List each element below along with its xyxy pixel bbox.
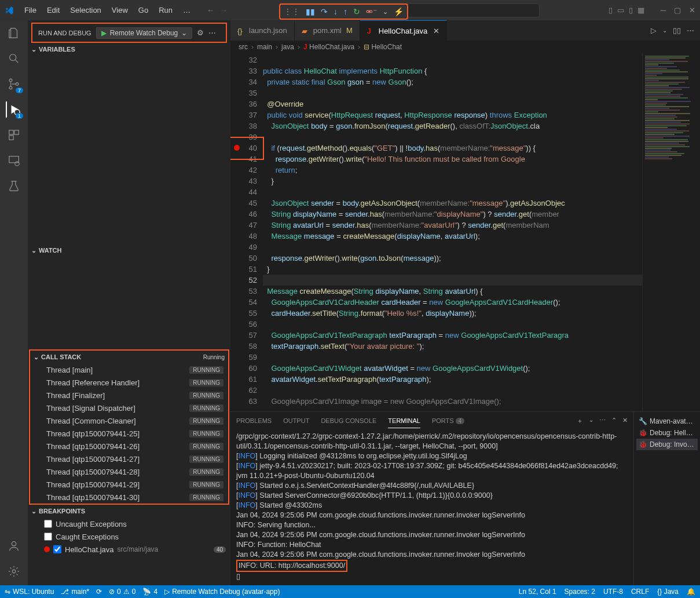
step-over-icon[interactable]: ↷ [321, 7, 328, 16]
extensions-icon[interactable] [6, 127, 22, 143]
minimize-icon[interactable]: ─ [661, 6, 666, 14]
breakpoint-checkbox[interactable] [44, 533, 52, 541]
close-icon[interactable]: ✕ [689, 6, 695, 14]
chevron-down-icon[interactable]: ⌄ [383, 8, 388, 16]
menu-edit[interactable]: Edit [42, 3, 64, 17]
menu-view[interactable]: View [107, 3, 133, 17]
chevron-down-icon[interactable]: ⌄ [589, 417, 593, 425]
panel-tab-terminal[interactable]: TERMINAL [388, 414, 420, 428]
layout-customize-icon[interactable]: ▦ [637, 6, 644, 14]
breakpoint-row[interactable]: Uncaught Exceptions [28, 517, 230, 530]
chevron-down-icon[interactable]: ⌄ [662, 27, 667, 34]
menu-go[interactable]: Go [134, 3, 153, 17]
panel-tab-debug-console[interactable]: DEBUG CONSOLE [321, 414, 376, 428]
panel-tab-ports[interactable]: PORTS 4 [432, 414, 464, 428]
testing-icon[interactable] [6, 178, 22, 194]
notifications-icon[interactable]: 🔔 [687, 588, 695, 596]
file-breakpoint-row[interactable]: HelloChat.javasrc/main/java40 [28, 543, 230, 556]
drag-handle-icon[interactable]: ⋮⋮ [284, 7, 300, 16]
sync-button[interactable]: ⟳ [96, 588, 102, 596]
breadcrumb-item[interactable]: main [257, 43, 272, 51]
split-editor-icon[interactable]: ▯▯ [673, 26, 681, 35]
panel-tab-output[interactable]: OUTPUT [283, 414, 309, 428]
ports-status[interactable]: 📡4 [142, 588, 157, 596]
thread-row[interactable]: Thread [main]RUNNING [30, 363, 228, 376]
forward-icon[interactable]: → [220, 6, 228, 14]
step-out-icon[interactable]: ↑ [343, 7, 347, 16]
back-icon[interactable]: ← [207, 6, 214, 14]
thread-row[interactable]: Thread [qtp1500079441-30]RUNNING [30, 491, 228, 504]
layout-bottom-icon[interactable]: ▭ [617, 6, 624, 14]
layout-left-icon[interactable]: ▯ [609, 6, 613, 14]
menu-selection[interactable]: Selection [65, 3, 105, 17]
thread-row[interactable]: Thread [Signal Dispatcher]RUNNING [30, 402, 228, 414]
git-branch[interactable]: ⎇main* [61, 588, 89, 596]
problems-status[interactable]: ⊘0 ⚠0 [109, 588, 135, 596]
terminal-list-item[interactable]: 🔧Maven-avat… [636, 415, 698, 427]
new-terminal-icon[interactable]: ＋ [577, 417, 583, 425]
breakpoint-dot-icon[interactable] [234, 145, 240, 151]
eol[interactable]: CRLF [631, 588, 649, 596]
maximize-panel-icon[interactable]: ⌃ [611, 417, 617, 425]
breadcrumb-item[interactable]: src [239, 43, 248, 51]
menu-…[interactable]: … [178, 3, 195, 17]
thread-row[interactable]: Thread [qtp1500079441-27]RUNNING [30, 453, 228, 465]
breakpoint-checkbox[interactable] [53, 545, 61, 553]
more-icon[interactable]: ⋯ [687, 26, 694, 35]
remote-explorer-icon[interactable] [6, 152, 22, 169]
watch-section-header[interactable]: ⌄ WATCH [28, 244, 230, 257]
cursor-position[interactable]: Ln 52, Col 1 [519, 588, 556, 596]
panel-tab-problems[interactable]: PROBLEMS [236, 414, 272, 428]
close-tab-icon[interactable]: ✕ [433, 27, 439, 35]
encoding[interactable]: UTF-8 [603, 588, 623, 596]
code-content[interactable]: public class HelloChat implements HttpFu… [263, 53, 642, 411]
line-gutter[interactable]: 3233343536373839404142434445464748495051… [230, 53, 263, 411]
restart-icon[interactable]: ↻ [353, 7, 360, 16]
editor-tab[interactable]: JHelloChat.java✕ [360, 20, 448, 41]
more-icon[interactable]: ⋯ [208, 28, 216, 37]
more-icon[interactable]: ⋯ [599, 417, 606, 425]
thread-row[interactable]: Thread [Common-Cleaner]RUNNING [30, 414, 228, 427]
terminal-output[interactable]: /grpc/grpc-context/1.27.2/grpc-context-1… [230, 429, 633, 585]
account-icon[interactable] [6, 538, 22, 554]
callstack-section-header[interactable]: ⌄ CALL STACK Running [30, 351, 228, 363]
breakpoint-row[interactable]: Caught Exceptions [28, 530, 230, 543]
breakpoints-section-header[interactable]: ⌄ BREAKPOINTS [28, 505, 230, 517]
thread-row[interactable]: Thread [qtp1500079441-25]RUNNING [30, 427, 228, 440]
indentation[interactable]: Spaces: 2 [565, 588, 595, 596]
editor-tab[interactable]: ▰pom.xmlM [295, 20, 360, 41]
minimap[interactable] [642, 53, 700, 411]
thread-row[interactable]: Thread [qtp1500079441-29]RUNNING [30, 478, 228, 491]
breadcrumb-item[interactable]: java [281, 43, 294, 51]
run-debug-icon[interactable]: 1 [6, 101, 22, 118]
breadcrumb-item[interactable]: ⊟ HelloChat [364, 43, 402, 51]
remote-indicator[interactable]: ⇋WSL: Ubuntu [5, 588, 54, 596]
breadcrumb-item[interactable]: J HelloChat.java [303, 43, 354, 51]
terminal-list-item[interactable]: 🐞Debug: Hell… [636, 427, 698, 439]
breadcrumbs[interactable]: src›main›java›J HelloChat.java›⊟ HelloCh… [230, 41, 700, 53]
terminal-list-item[interactable]: 🐞Debug: Invo… [636, 439, 698, 450]
layout-right-icon[interactable]: ▯ [629, 6, 633, 14]
menu-file[interactable]: File [20, 3, 41, 17]
thread-row[interactable]: Thread [Reference Handler]RUNNING [30, 376, 228, 389]
run-icon[interactable]: ▷ [651, 26, 657, 35]
thread-row[interactable]: Thread [qtp1500079441-28]RUNNING [30, 465, 228, 478]
thread-row[interactable]: Thread [Finalizer]RUNNING [30, 389, 228, 402]
source-control-icon[interactable]: 7 [6, 76, 22, 92]
search-activity-icon[interactable] [6, 50, 22, 67]
close-panel-icon[interactable]: ✕ [622, 417, 628, 425]
language-mode[interactable]: {} Java [657, 588, 679, 596]
disconnect-icon[interactable]: ⚮⁻ [366, 7, 377, 16]
breakpoint-checkbox[interactable] [44, 520, 52, 528]
menu-run[interactable]: Run [154, 3, 177, 17]
thread-row[interactable]: Thread [qtp1500079441-26]RUNNING [30, 440, 228, 453]
maximize-icon[interactable]: ▢ [674, 6, 681, 14]
settings-gear-icon[interactable] [6, 563, 22, 579]
debug-status[interactable]: ▷Remote Watch Debug (avatar-app) [164, 588, 280, 596]
hot-reload-icon[interactable]: ⚡ [394, 7, 404, 16]
gear-icon[interactable]: ⚙ [197, 28, 204, 37]
pause-icon[interactable]: ▮▮ [306, 7, 315, 16]
debug-config-dropdown[interactable]: ▶ Remote Watch Debug ⌄ [96, 27, 193, 39]
step-into-icon[interactable]: ↓ [333, 7, 338, 16]
explorer-icon[interactable] [6, 25, 22, 41]
